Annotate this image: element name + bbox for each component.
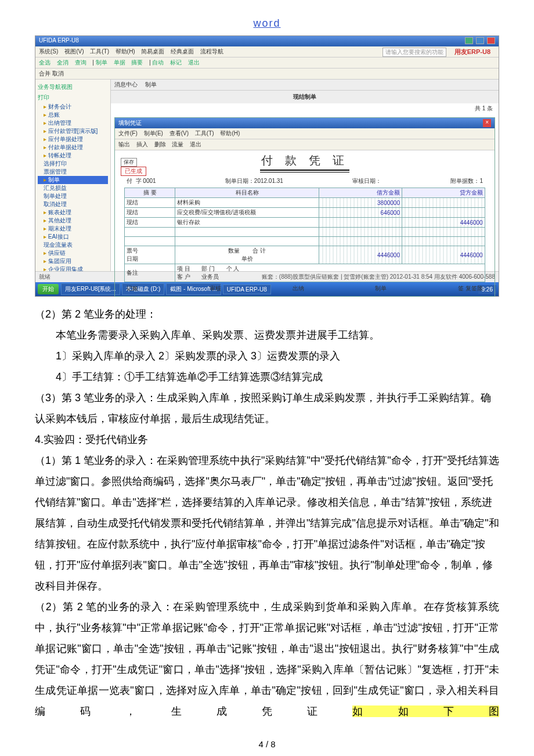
record-count: 共 1 条 — [111, 103, 499, 114]
btn-exit[interactable]: 退出 — [188, 59, 200, 66]
tree-node[interactable]: 应付款管理[演示版] — [38, 127, 108, 135]
tab-make[interactable]: 制单 — [145, 81, 157, 88]
voucher-body: 保存 已生成 付 款 凭 证 付 字 0001 制单日期：2012.01 — [115, 150, 495, 296]
voucher-remark-row: 备注 项 目 部 门 个 人 客 户 业务员 — [125, 264, 485, 282]
voucher-close-icon[interactable]: × — [483, 119, 491, 127]
tree-node-selected[interactable]: 制单 — [38, 176, 108, 184]
minimize-icon[interactable] — [465, 37, 473, 44]
section-heading: 4.实验四：受托代销业务 — [35, 429, 499, 450]
status-left: 就绪 — [39, 273, 50, 281]
tree-node[interactable]: 汇兑损益 — [38, 184, 108, 192]
app-toolbar-1: 全选 全消 查询 | 制单 单据 摘要 | 自动 标记 退出 — [35, 57, 499, 69]
tree-node[interactable]: 企业应用集成 — [38, 265, 108, 271]
vmenu-view[interactable]: 查看(V) — [169, 130, 189, 136]
main-title: 现结制单 — [111, 91, 499, 103]
tree-node[interactable]: 供应链 — [38, 249, 108, 257]
close-icon[interactable] — [487, 37, 495, 44]
tree-node[interactable]: 账表处理 — [38, 208, 108, 217]
app-title: UFIDA ERP-U8 — [39, 37, 79, 45]
sidebar: 业务导航视图 打印 财务会计 总账 出纳管理 应付款管理[演示版] 应付单据处理… — [35, 80, 111, 271]
para: （1）第 1 笔业务的录入：在采购管理系统中执行"采购结算"中"受托代销结算"命… — [35, 450, 499, 596]
tree-node[interactable]: 取消处理 — [38, 200, 108, 208]
voucher-table: 摘 要 科目名称 借方金额 贷方金额 现结材料采购 3800000 现结应交税费… — [124, 188, 485, 282]
voucher-row[interactable]: 现结银行存款 4446000 — [125, 218, 485, 228]
nav-tree: 财务会计 总账 出纳管理 应付款管理[演示版] 应付单据处理 付款单据处理 转帐… — [38, 103, 108, 271]
voucher-title: 付 款 凭 证 — [260, 153, 349, 171]
btn-merge[interactable]: 合并 — [39, 70, 50, 77]
voucher-row[interactable]: 现结材料采购 3800000 — [125, 198, 485, 208]
voucher-window: 填制凭证 × 文件(F) 制单(E) 查看(V) 工具(T) 帮助(H) 输出 … — [114, 117, 495, 297]
brand-label: 用友ERP-U8 — [454, 48, 490, 56]
tree-node[interactable]: 票据管理 — [38, 168, 108, 176]
btn-mark[interactable]: 标记 — [170, 59, 182, 66]
tree-node[interactable]: 总账 — [38, 111, 108, 119]
header-word-link: word — [35, 17, 499, 30]
menu-help[interactable]: 帮助(H) — [116, 48, 135, 55]
voucher-total-row: 票号日期 数量 合 计单价 4446000 4446000 — [125, 246, 485, 264]
tree-node[interactable]: 财务会计 — [38, 103, 108, 111]
col-credit: 贷方金额 — [402, 188, 485, 198]
vtool-cash[interactable]: 流量 — [172, 141, 183, 147]
col-debit: 借方金额 — [319, 188, 402, 198]
maximize-icon[interactable] — [476, 37, 484, 44]
start-button[interactable]: 开始 — [38, 284, 59, 294]
tree-node[interactable]: 期末处理 — [38, 225, 108, 233]
menu-wizard[interactable]: 流程导航 — [200, 48, 223, 55]
taskbar-item[interactable]: 用友ERP-U8[系统... — [61, 283, 120, 295]
menu-simple[interactable]: 简易桌面 — [141, 48, 164, 55]
tree-node[interactable]: EAI接口 — [38, 233, 108, 241]
app-titlebar: UFIDA ERP-U8 — [35, 36, 499, 46]
tree-node[interactable]: 其他处理 — [38, 217, 108, 225]
tab-msg[interactable]: 消息中心 — [114, 81, 138, 88]
sidebar-title: 业务导航视图 — [38, 82, 108, 92]
main-area: 消息中心 制单 现结制单 共 1 条 填制凭证 × 文件(F) 制单(E) 查看… — [111, 80, 499, 271]
vtool-del[interactable]: 删除 — [154, 141, 166, 147]
sidebar-print[interactable]: 打印 — [38, 92, 108, 103]
para: （2）第 2 笔的业务的录入：在采购管理系统中，生成采购到货单和采购入库单。在存… — [35, 596, 499, 722]
voucher-win-title: 填制凭证 — [118, 119, 142, 127]
voucher-row[interactable]: 现结应交税费/应交增值税/进项税额 646000 — [125, 208, 485, 218]
tree-node[interactable]: 选择打印 — [38, 160, 108, 168]
search-input[interactable]: 请输入您要搜索的功能 — [383, 48, 446, 57]
vtool-ins[interactable]: 插入 — [136, 141, 148, 147]
btn-digest[interactable]: 摘要 — [131, 59, 143, 66]
main-tabs: 消息中心 制单 — [111, 80, 499, 91]
btn-make[interactable]: 制单 — [96, 59, 107, 66]
voucher-row-empty[interactable] — [125, 237, 485, 246]
btn-none[interactable]: 全消 — [57, 59, 68, 66]
tree-node[interactable]: 付款单据处理 — [38, 143, 108, 152]
vmenu-make[interactable]: 制单(E) — [144, 130, 163, 136]
btn-query[interactable]: 查询 — [75, 59, 86, 66]
tree-node[interactable]: 出纳管理 — [38, 119, 108, 127]
erp-screenshot: UFIDA ERP-U8 系统(S) 视图(V) 工具(T) 帮助(H) 简易桌… — [35, 35, 499, 297]
btn-auto[interactable]: 自动 — [152, 59, 164, 66]
menu-tool[interactable]: 工具(T) — [90, 48, 109, 55]
tree-node[interactable]: 制单处理 — [38, 192, 108, 200]
tree-node[interactable]: 集团应用 — [38, 257, 108, 265]
voucher-titlebar: 填制凭证 × — [115, 118, 495, 128]
vmenu-file[interactable]: 文件(F) — [118, 130, 138, 136]
vmenu-help[interactable]: 帮助(H) — [220, 130, 240, 136]
col-summary: 摘 要 — [125, 188, 175, 198]
document-body: （2）第 2 笔业务的处理： 本笔业务需要录入采购入库单、采购发票、运费发票并进… — [35, 304, 499, 722]
tree-node[interactable]: 现金流量表 — [38, 241, 108, 249]
tree-node[interactable]: 转帐处理 — [38, 152, 108, 160]
word-link[interactable]: word — [253, 17, 280, 29]
para-text: （2）第 2 笔的业务的录入：在采购管理系统中，生成采购到货单和采购入库单。在存… — [35, 601, 499, 717]
btn-all[interactable]: 全选 — [39, 59, 50, 66]
app-toolbar-2: 合并 取消 — [35, 69, 499, 80]
vtool-exit[interactable]: 退出 — [190, 141, 201, 147]
voucher-row-empty[interactable] — [125, 228, 485, 237]
btn-cancel[interactable]: 取消 — [52, 70, 64, 77]
vmenu-tool[interactable]: 工具(T) — [195, 130, 214, 136]
menu-system[interactable]: 系统(S) — [39, 48, 58, 55]
menu-view[interactable]: 视图(V) — [64, 48, 84, 55]
menu-classic[interactable]: 经典桌面 — [171, 48, 194, 55]
tree-node[interactable]: 应付单据处理 — [38, 135, 108, 143]
vtool-out[interactable]: 输出 — [118, 141, 130, 147]
voucher-info: 付 字 0001 制单日期：2012.01.31 审核日期： 附单据数：1 — [127, 177, 483, 185]
btn-single[interactable]: 单据 — [114, 59, 125, 66]
generated-stamp: 已生成 — [121, 167, 146, 176]
voucher-footer: 记账 审核 出纳 制单 签 复签除 — [127, 285, 483, 293]
app-menubar: 系统(S) 视图(V) 工具(T) 帮助(H) 简易桌面 经典桌面 流程导航 用… — [35, 46, 499, 57]
